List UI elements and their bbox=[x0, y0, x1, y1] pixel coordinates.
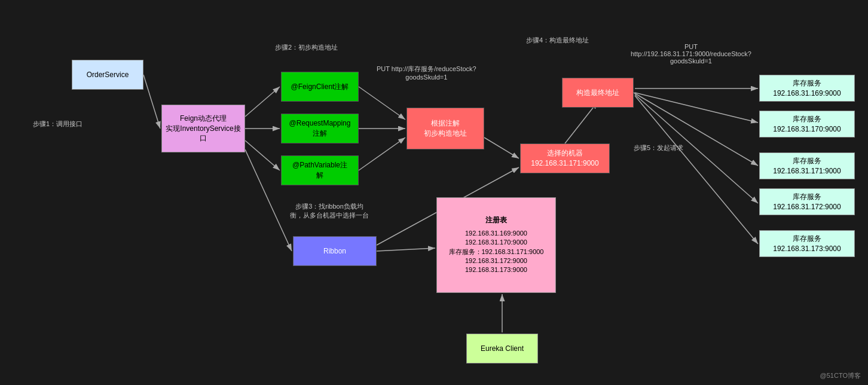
node-pathvariable: @PathVariable注 解 bbox=[281, 155, 359, 185]
ribbon-label: Ribbon bbox=[323, 246, 346, 256]
svg-line-7 bbox=[359, 138, 405, 170]
node-kucun3: 库存服务 192.168.31.171:9000 bbox=[759, 152, 855, 179]
label-step4-url: PUT http://192.168.31.171:9000/reduceSto… bbox=[631, 43, 751, 65]
svg-line-9 bbox=[565, 102, 598, 143]
node-feignclient: @FeignClient注解 bbox=[281, 72, 359, 102]
order-service-label: OrderService bbox=[87, 70, 129, 80]
svg-line-16 bbox=[635, 93, 758, 123]
kucun1-label: 库存服务 192.168.31.169:9000 bbox=[773, 78, 841, 99]
node-feign-proxy: Feign动态代理 实现InventoryService接 口 bbox=[161, 105, 245, 152]
step1-label-text: 步骤1：调用接口 bbox=[33, 120, 82, 129]
kucun2-label: 库存服务 192.168.31.170:9000 bbox=[773, 114, 841, 135]
svg-line-4 bbox=[245, 140, 280, 170]
node-gouzuodizhi: 构造最终地址 bbox=[562, 78, 634, 108]
node-kucun2: 库存服务 192.168.31.170:9000 bbox=[759, 111, 855, 138]
svg-line-10 bbox=[634, 93, 758, 166]
xuanzejiqun-label: 选择的机器 192.168.31.171:9000 bbox=[531, 148, 598, 169]
node-jiexi: 根据注解 初步构造地址 bbox=[407, 108, 484, 149]
node-ribbon: Ribbon bbox=[293, 236, 377, 266]
label-step3: 步骤3：找ribbon负载均 衡，从多台机器中选择一台 bbox=[290, 202, 369, 220]
eureka-label: Eureka Client bbox=[481, 344, 524, 354]
gouzuodizhi-label: 构造最终地址 bbox=[576, 88, 619, 98]
svg-line-5 bbox=[359, 87, 405, 120]
kucun5-label: 库存服务 192.168.31.173:9000 bbox=[773, 234, 841, 254]
label-step4: 步骤4：构造最终地址 bbox=[526, 36, 589, 45]
requestmapping-label: @RequestMapping 注解 bbox=[289, 118, 351, 139]
node-eureka: Eureka Client bbox=[466, 334, 538, 363]
svg-line-18 bbox=[635, 96, 758, 244]
svg-line-8 bbox=[484, 138, 519, 158]
node-kucun1: 库存服务 192.168.31.169:9000 bbox=[759, 75, 855, 102]
feignclient-label: @FeignClient注解 bbox=[291, 82, 349, 92]
node-order-service: OrderService bbox=[72, 60, 143, 90]
feign-proxy-label: Feign动态代理 实现InventoryService接 口 bbox=[166, 114, 240, 143]
label-step2: 步骤2：初步构造地址 bbox=[275, 43, 338, 52]
diagram-container: 步骤2：初步构造地址 PUT http://库存服务/reduceStock? … bbox=[0, 0, 868, 385]
svg-line-12 bbox=[377, 248, 435, 251]
zhucebiao-title: 注册表 bbox=[485, 215, 507, 225]
node-requestmapping: @RequestMapping 注解 bbox=[281, 114, 359, 143]
label-step5: 步骤5：发起请求 bbox=[634, 143, 683, 152]
svg-line-1 bbox=[143, 75, 160, 129]
kucun3-label: 库存服务 192.168.31.171:9000 bbox=[773, 156, 841, 176]
zhucebiao-content: 192.168.31.169:9000 192.168.31.170:9000 … bbox=[449, 229, 544, 275]
pathvariable-label: @PathVariable注 解 bbox=[292, 160, 347, 181]
node-xuanzejiqun: 选择的机器 192.168.31.171:9000 bbox=[520, 143, 610, 173]
jiexi-label: 根据注解 初步构造地址 bbox=[424, 118, 467, 139]
node-zhucebiao: 注册表 192.168.31.169:9000 192.168.31.170:9… bbox=[436, 197, 556, 293]
label-step2-url: PUT http://库存服务/reduceStock? goodsSkuld=… bbox=[377, 65, 476, 81]
kucun4-label: 库存服务 192.168.31.172:9000 bbox=[773, 192, 841, 212]
svg-line-2 bbox=[245, 87, 280, 117]
node-kucun4: 库存服务 192.168.31.172:9000 bbox=[759, 188, 855, 215]
node-kucun5: 库存服务 192.168.31.173:9000 bbox=[759, 230, 855, 257]
watermark: @51CTO博客 bbox=[820, 371, 861, 380]
